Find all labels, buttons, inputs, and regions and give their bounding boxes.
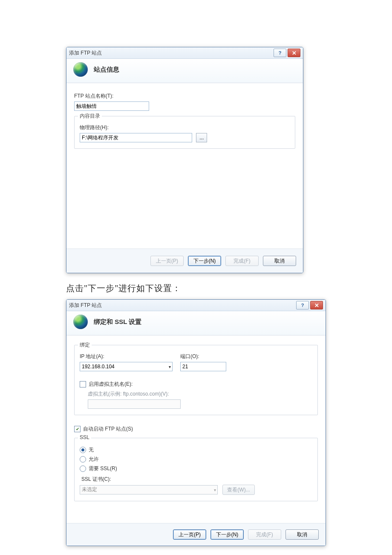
port-label: 端口(O): [180, 353, 226, 360]
title-text: 添加 FTP 站点 [69, 49, 272, 57]
close-button[interactable]: ✕ [310, 301, 323, 309]
enable-virtual-host-label: 启用虚拟主机名(E): [89, 381, 133, 388]
auto-start-label: 自动启动 FTP 站点(S) [83, 425, 133, 433]
virtual-host-hint: 虚拟主机(示例: ftp.contoso.com)(V): [88, 390, 312, 398]
binding-legend: 绑定 [78, 341, 92, 349]
physical-path-label: 物理路径(H): [80, 124, 290, 131]
ip-address-combo[interactable] [80, 362, 173, 371]
finish-button: 完成(F) [248, 529, 281, 540]
header-title: 站点信息 [94, 66, 119, 74]
previous-button: 上一页(P) [150, 256, 184, 266]
titlebar: 添加 FTP 站点 ? ✕ [66, 47, 303, 59]
globe-icon [73, 315, 88, 329]
enable-virtual-host-checkbox[interactable]: 启用虚拟主机名(E): [80, 381, 133, 388]
ip-address-label: IP 地址(A): [80, 353, 173, 360]
ssl-none-label: 无 [89, 446, 94, 454]
radio-icon [80, 465, 86, 472]
cancel-button[interactable]: 取消 [285, 529, 319, 540]
ssl-group: SSL 无 允许 需要 SSL(R) SSL 证书(C): [74, 438, 318, 501]
dialog-add-ftp-site-1: 添加 FTP 站点 ? ✕ 站点信息 FTP 站点名称(T): 内容目录 物理路… [66, 47, 303, 273]
instruction-text: 点击"下一步"进行如下设置： [66, 283, 392, 294]
dialog-add-ftp-site-2: 添加 FTP 站点 ? ✕ 绑定和 SSL 设置 绑定 IP 地址(A): ▾ [66, 299, 326, 546]
dialog-footer: 上一页(P) 下一步(N) 完成(F) 取消 [66, 523, 326, 546]
ssl-cert-label: SSL 证书(C): [81, 476, 312, 483]
site-name-input[interactable] [74, 101, 149, 111]
dialog-header: 站点信息 [66, 59, 303, 83]
next-button[interactable]: 下一步(N) [210, 529, 244, 540]
previous-button[interactable]: 上一页(P) [173, 529, 206, 540]
view-cert-button: 查看(W)... [222, 485, 254, 495]
ssl-require-radio[interactable]: 需要 SSL(R) [80, 465, 312, 472]
content-directory-legend: 内容目录 [78, 113, 102, 120]
ssl-require-label: 需要 SSL(R) [89, 465, 117, 472]
cancel-button[interactable]: 取消 [263, 256, 296, 266]
ssl-allow-radio[interactable]: 允许 [80, 456, 312, 463]
content-directory-group: 内容目录 物理路径(H): ... [74, 116, 295, 149]
finish-button: 完成(F) [225, 256, 259, 266]
checkbox-icon: ✔ [74, 426, 81, 432]
dialog-body: 绑定 IP 地址(A): ▾ 端口(O): [66, 335, 326, 523]
next-button[interactable]: 下一步(N) [188, 256, 221, 266]
ssl-none-radio[interactable]: 无 [80, 446, 312, 454]
dialog-body: FTP 站点名称(T): 内容目录 物理路径(H): ... [66, 83, 303, 249]
dialog-header: 绑定和 SSL 设置 [66, 311, 326, 335]
close-button[interactable]: ✕ [288, 49, 300, 57]
title-text: 添加 FTP 站点 [69, 302, 295, 309]
checkbox-icon [80, 381, 86, 387]
virtual-host-input [88, 399, 181, 409]
ssl-legend: SSL [78, 434, 91, 440]
auto-start-checkbox[interactable]: ✔ 自动启动 FTP 站点(S) [74, 425, 133, 433]
globe-icon [73, 62, 88, 77]
ssl-allow-label: 允许 [89, 456, 99, 463]
radio-icon [80, 447, 86, 453]
help-button[interactable]: ? [274, 49, 286, 57]
ssl-cert-combo [80, 485, 218, 494]
binding-group: 绑定 IP 地址(A): ▾ 端口(O): [74, 345, 318, 415]
dialog-footer: 上一页(P) 下一步(N) 完成(F) 取消 [66, 249, 303, 273]
physical-path-input[interactable] [80, 133, 192, 142]
site-name-label: FTP 站点名称(T): [74, 92, 295, 100]
titlebar: 添加 FTP 站点 ? ✕ [66, 300, 326, 311]
help-button[interactable]: ? [296, 301, 309, 309]
port-input[interactable] [180, 362, 226, 371]
browse-button[interactable]: ... [196, 133, 207, 142]
radio-icon [80, 456, 86, 462]
header-title: 绑定和 SSL 设置 [94, 318, 141, 326]
